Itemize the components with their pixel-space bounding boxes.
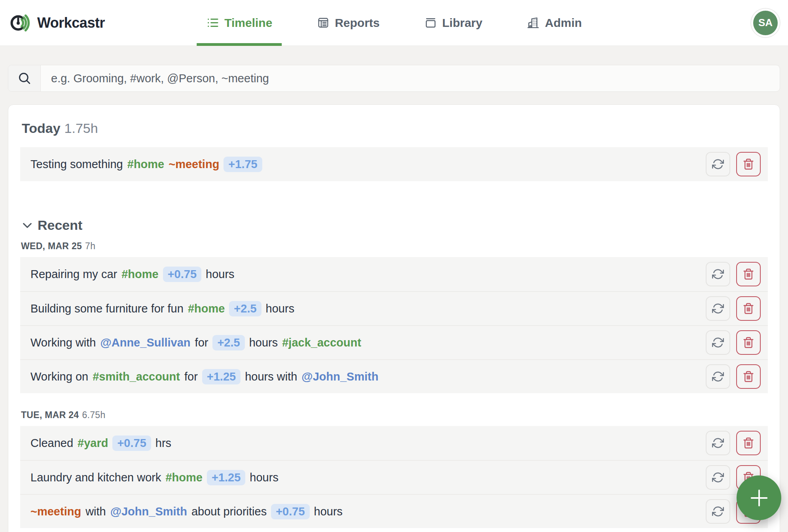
- main-nav: Timeline Reports Library: [197, 0, 591, 45]
- entry-text: Testing something: [30, 158, 123, 171]
- today-heading: Today1.75h: [22, 121, 766, 136]
- entry-actions: [706, 330, 761, 355]
- delete-entry-button[interactable]: [736, 262, 761, 286]
- entry-text: hours: [250, 471, 278, 484]
- tab-label: Library: [442, 16, 483, 30]
- entry-content: Testing something#home~meeting+1.75: [30, 157, 270, 172]
- date-label: WED, MAR 25: [21, 241, 82, 251]
- activity-token: ~meeting: [30, 505, 81, 518]
- entry-text: hrs: [155, 437, 171, 450]
- timeline-entry-row: Testing something#home~meeting+1.75: [20, 147, 768, 181]
- timeline-entry-row: Building some furniture for fun#home+2.5…: [20, 291, 768, 325]
- tab-admin[interactable]: Admin: [517, 0, 591, 45]
- app-logo: Workcastr: [10, 11, 105, 35]
- refresh-icon: [712, 303, 724, 314]
- sync-entry-button[interactable]: [706, 431, 730, 455]
- plus-icon: [748, 487, 771, 509]
- timeline-entry-row: Repairing my car#home+0.75hours: [20, 257, 768, 291]
- tag-token: #yard: [78, 437, 108, 450]
- delete-entry-button[interactable]: [736, 431, 761, 455]
- sync-entry-button[interactable]: [706, 296, 730, 321]
- tag-token: #home: [127, 158, 164, 171]
- timeline-entry-row: Working on#smith_accountfor+1.25hours wi…: [20, 359, 768, 393]
- recent-section: Recent WED, MAR 257hRepairing my car#hom…: [20, 218, 768, 528]
- today-total-hours: 1.75h: [64, 121, 98, 136]
- entry-text: Working on: [30, 370, 88, 383]
- date-header: WED, MAR 257h: [21, 241, 768, 252]
- user-avatar[interactable]: SA: [753, 11, 778, 35]
- sync-entry-button[interactable]: [706, 465, 730, 490]
- date-header: TUE, MAR 246.75h: [21, 410, 768, 420]
- day-entry-list: Repairing my car#home+0.75hoursBuilding …: [20, 257, 768, 393]
- mention-token: @John_Smith: [110, 505, 187, 518]
- search-input[interactable]: [41, 65, 780, 91]
- refresh-icon: [712, 437, 724, 449]
- refresh-icon: [712, 371, 724, 382]
- sync-entry-button[interactable]: [706, 499, 730, 524]
- delete-entry-button[interactable]: [736, 330, 761, 355]
- entry-text: hours with: [245, 370, 297, 383]
- duration-badge: +1.75: [224, 157, 262, 172]
- sync-entry-button[interactable]: [706, 262, 730, 286]
- refresh-icon: [712, 505, 724, 517]
- duration-badge: +2.5: [229, 301, 261, 316]
- today-label: Today: [22, 121, 61, 136]
- entry-text: Cleaned: [30, 437, 73, 450]
- trash-icon: [743, 268, 754, 280]
- sync-entry-button[interactable]: [706, 330, 730, 355]
- entry-content: ~meetingwith@John_Smithabout priorities+…: [30, 504, 350, 519]
- add-entry-fab[interactable]: [737, 475, 781, 520]
- recent-label: Recent: [38, 218, 82, 233]
- tag-token: #home: [121, 268, 158, 281]
- today-section: Today1.75h Testing something#home~meetin…: [20, 121, 768, 181]
- report-icon: [316, 16, 330, 29]
- activity-token: ~meeting: [169, 158, 219, 171]
- day-group: TUE, MAR 246.75hCleaned#yard+0.75hrsLaun…: [20, 410, 768, 528]
- list-icon: [206, 16, 219, 29]
- sync-entry-button[interactable]: [706, 364, 730, 389]
- tag-token: #smith_account: [93, 370, 180, 383]
- recent-heading: Recent: [21, 218, 768, 233]
- tag-token: #jack_account: [282, 336, 361, 349]
- date-total-hours: 6.75h: [82, 410, 105, 420]
- archive-box-icon: [424, 16, 437, 29]
- entry-actions: [706, 262, 761, 286]
- app-title: Workcastr: [37, 15, 105, 31]
- trash-icon: [743, 337, 754, 348]
- delete-entry-button[interactable]: [736, 296, 761, 321]
- search-bar: [8, 65, 780, 92]
- sync-entry-button[interactable]: [706, 152, 730, 176]
- entry-text: hours: [314, 505, 343, 518]
- timeline-card: Today1.75h Testing something#home~meetin…: [8, 104, 780, 532]
- entry-text: Laundry and kitchen work: [30, 471, 161, 484]
- trash-icon: [743, 371, 754, 382]
- delete-entry-button[interactable]: [736, 152, 761, 176]
- entry-text: Building some furniture for fun: [30, 302, 184, 315]
- refresh-icon: [712, 268, 724, 280]
- tab-label: Reports: [335, 16, 379, 30]
- entry-text: for: [184, 370, 198, 383]
- delete-entry-button[interactable]: [736, 364, 761, 389]
- duration-badge: +0.75: [112, 435, 151, 451]
- entry-actions: [706, 431, 761, 455]
- entry-actions: [706, 152, 761, 176]
- tab-reports[interactable]: Reports: [307, 0, 389, 45]
- tab-library[interactable]: Library: [415, 0, 492, 45]
- duration-badge: +1.25: [207, 470, 245, 485]
- entry-content: Laundry and kitchen work#home+1.25hours: [30, 470, 286, 485]
- entry-content: Building some furniture for fun#home+2.5…: [30, 301, 302, 316]
- tag-token: #home: [188, 302, 225, 315]
- tab-timeline[interactable]: Timeline: [197, 0, 282, 45]
- entry-text: hours: [266, 302, 295, 315]
- entry-text: with: [85, 505, 106, 518]
- refresh-icon: [712, 337, 724, 348]
- building-icon: [527, 16, 540, 29]
- entry-actions: [706, 296, 761, 321]
- tab-label: Admin: [545, 16, 582, 30]
- trash-icon: [743, 303, 754, 314]
- entry-content: Working with@Anne_Sullivanfor+2.5hours#j…: [30, 335, 369, 350]
- refresh-icon: [712, 158, 724, 170]
- entry-content: Repairing my car#home+0.75hours: [30, 267, 242, 282]
- date-label: TUE, MAR 24: [21, 410, 79, 420]
- chevron-down-icon[interactable]: [21, 219, 34, 232]
